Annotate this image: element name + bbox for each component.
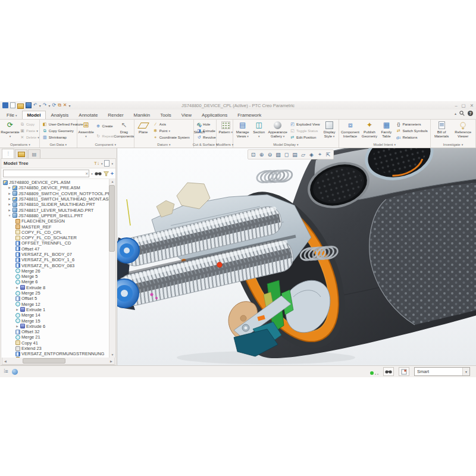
model-tree-tab[interactable]: ⫶ [2,149,14,158]
datum-group-label[interactable]: Datum▾ [136,142,192,148]
tree-column-settings-icon[interactable]: T↓ [94,161,99,166]
model-display-group-label[interactable]: Model Display▾ [234,142,337,148]
tree-item[interactable]: OFFSET_TRENNFL_CD [1,240,115,246]
redo-icon[interactable]: ↷ [43,102,47,108]
family-table-button[interactable]: ▦Family Table [378,120,394,142]
drag-components-button[interactable]: ↖Drag Components [115,120,133,142]
tree-item[interactable]: VERSATZ_FL_BODY_1_6 [1,257,115,262]
notifications-button[interactable] [399,367,409,376]
search-binoculars-button[interactable] [383,367,394,376]
tree-item[interactable]: ▶JS748850_DEVICE_PRE.ASM [1,185,115,190]
expand-arrow-icon[interactable]: ▶ [8,198,11,201]
undo-icon[interactable]: ↶ [33,102,37,108]
scrollbar-thumb[interactable] [23,358,65,364]
tree-item[interactable]: Offset 5 [1,296,115,301]
tree-item[interactable]: VERSATZ_FL_BODY_083 [1,262,115,268]
tree-item[interactable]: Extend 23 [1,346,115,351]
expand-tree-icon[interactable]: + [111,171,114,177]
relations-button[interactable]: d=Relations [394,134,428,140]
appearance-gallery-button[interactable]: Appearance Gallery ▾ [267,120,288,142]
tree-item[interactable]: Offset 47 [1,246,115,252]
cut-surface-group-label[interactable]: Cut & Surface▾ [195,142,215,148]
tree-item[interactable]: Merge 5 [1,274,115,279]
help-icon[interactable]: ? [468,111,473,116]
exploded-view-button[interactable]: ◰Exploded View [289,121,321,127]
tree-item[interactable]: COPY_FL_CD_CPL [1,230,115,235]
component-interface-button[interactable]: ⧈Component Interface [340,120,361,142]
tree-vertical-scrollbar[interactable]: ▲ ▼ [109,179,115,358]
model-intent-group-label[interactable]: Model Intent▾ [340,142,429,148]
tree-search-input[interactable]: ✕ [3,170,89,177]
reference-viewer-button[interactable]: ⧬Reference Viewer [452,120,474,142]
tree-item[interactable]: VERSATZ_ENTFORMUNGSTRENNUNG [1,351,115,356]
display-style-button[interactable]: Display Style ▾ [322,120,337,142]
tree-item[interactable]: ▶Extrude 1 [1,307,115,312]
investigate-group-label[interactable]: Investigate▾ [432,142,474,148]
spin-center-icon[interactable]: ⌖ [316,151,324,158]
open-file-icon[interactable] [17,104,24,109]
tree-item[interactable]: ▶JS748810_SLIDER_MULTIHEAD.PRT [1,202,115,207]
tree-item[interactable]: ▶JS748817_LEVER_MULTIHEAD.PRT [1,207,115,212]
point-button[interactable]: ✻Point▾ [152,128,191,134]
coordinate-system-button[interactable]: ⌖Coordinate System [152,134,191,140]
save-icon[interactable] [26,102,32,108]
tab-render[interactable]: Render [103,111,128,119]
delete-button[interactable]: ✕Delete▾ [18,134,40,140]
orientation-dragger-icon[interactable]: ⇱ [324,151,332,158]
tree-filters-icon[interactable] [104,160,109,167]
folder-browser-tab[interactable] [15,149,27,158]
modifiers-group-label[interactable]: Modifiers▾ [218,142,231,148]
tree-item[interactable]: Merge 15 [1,318,115,323]
tree-horizontal-scrollbar[interactable]: ◀ ▶ [2,358,115,365]
favorites-tab[interactable]: ▤ [28,149,40,158]
create-button[interactable]: ⊕Create [95,123,115,129]
regenerate-button[interactable]: ⟳Regenerate ▾ [2,120,18,142]
saved-orientations-icon[interactable]: ▤ [291,151,299,158]
collapse-arrow-icon[interactable]: ▼ [8,214,11,217]
tree-item[interactable]: ▶JS748811_SWITCH_MULTIHEAD_MONT.ASM [1,196,115,202]
expand-arrow-icon[interactable]: ▶ [8,186,11,189]
tree-item[interactable]: Merge 14 [1,312,115,318]
tree-item[interactable]: Merge 26 [1,268,115,274]
web-browser-icon[interactable] [12,369,18,375]
copy-button[interactable]: ⧉Copy [18,121,40,127]
paste-button[interactable]: ▣Paste▾ [18,128,40,134]
restore-button[interactable]: ▢ [462,103,466,108]
scroll-down-icon[interactable]: ▼ [109,352,115,358]
windows-icon[interactable]: ⧉ [58,102,61,108]
tree-item[interactable]: COPY_FL_CD_SCHALTER [1,235,115,240]
expand-arrow-icon[interactable]: ▶ [8,203,11,206]
toggle-status-button[interactable]: ◱Toggle Status [289,128,321,134]
find-binoculars-icon[interactable] [95,171,102,176]
annotation-display-icon[interactable]: ◈ [308,151,315,158]
tree-item[interactable]: JS748800_DEVICE_CPL.ASM [1,180,115,185]
tree-item[interactable]: ▶JS748809_SWITCH_COVER_NOTFTOOL.PRT [1,191,115,196]
zoom-out-icon[interactable]: ⊖ [266,151,274,158]
get-data-group-label[interactable]: Get Data▾ [41,142,76,148]
tab-tools[interactable]: Tools [155,111,176,119]
regenerate-quick-icon[interactable]: ⟳ [52,102,56,108]
expand-arrow-icon[interactable]: ▶ [8,192,11,195]
customize-quick-access-icon[interactable]: ▾ [69,104,71,108]
bill-of-materials-button[interactable]: Bill of Materials [432,120,452,142]
axis-button[interactable]: ∕Axis [152,121,191,127]
tree-item[interactable]: ▼JS748880_UPPER_SHELL.PRT [1,213,115,218]
scroll-right-icon[interactable]: ▶ [108,359,114,363]
tab-applications[interactable]: Applications [197,111,232,119]
publish-geometry-button[interactable]: ✦Publish Geometry [361,120,378,142]
tab-analysis[interactable]: Analysis [46,111,74,119]
tab-annotate[interactable]: Annotate [74,111,102,119]
tree-item[interactable]: ▶Extrude 8 [1,285,115,290]
extrude-button[interactable]: ◨Extrude [195,128,217,134]
component-group-label[interactable]: Component▾ [79,142,133,148]
tree-item[interactable]: Copy 41 [1,340,115,346]
close-button[interactable]: ✕ [470,103,474,108]
selection-filter-select[interactable]: Smart ▼ [414,367,470,376]
repaint-icon[interactable]: ▧ [274,151,282,158]
tree-item[interactable]: Merge 25 [1,290,115,296]
tab-view[interactable]: View [177,111,196,119]
expand-arrow-icon[interactable]: ▶ [15,308,19,311]
plane-button[interactable]: Plane [136,120,151,142]
app-logo-icon[interactable] [2,102,8,108]
tab-model[interactable]: Model [22,111,45,119]
